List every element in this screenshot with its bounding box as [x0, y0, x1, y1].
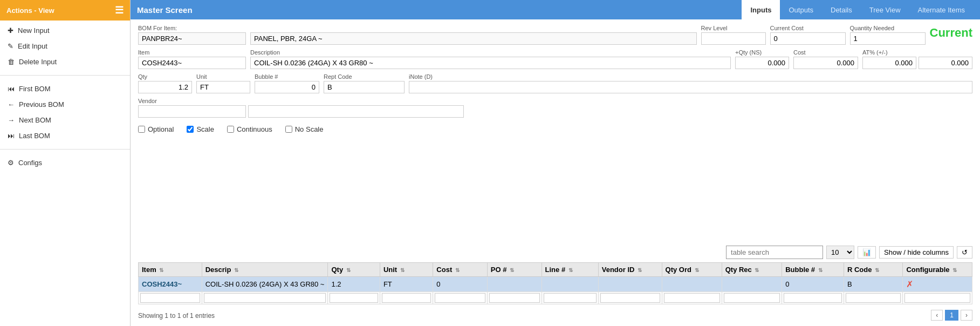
- next-bom-button[interactable]: → Next BOM: [0, 112, 130, 128]
- search-item-input[interactable]: [140, 293, 200, 303]
- per-page-select[interactable]: 10 25 50 100: [826, 246, 854, 259]
- sidebar-header: Actions - View ☰: [0, 0, 130, 21]
- vendor-input-1[interactable]: [138, 105, 246, 118]
- cell-item[interactable]: COSH2443~: [139, 277, 202, 292]
- item-input[interactable]: COSH2443~: [138, 57, 246, 69]
- qty-ns-input[interactable]: 0.000: [735, 57, 789, 69]
- show-hide-columns-button[interactable]: Show / hide columns: [879, 246, 954, 259]
- vendor-label: Vendor: [138, 98, 464, 104]
- search-qty-ord-input[interactable]: [664, 293, 720, 303]
- divider-1: [0, 75, 130, 76]
- search-cell-rcode[interactable]: [844, 292, 903, 304]
- rev-level-group: Rev Level: [701, 25, 766, 45]
- table-row[interactable]: COSH2443~ COIL-SH 0.0236 (24GA) X 43 GR8…: [139, 277, 972, 292]
- description-input[interactable]: COIL-SH 0.0236 (24GA) X 43 GR80 ~: [250, 57, 731, 69]
- cell-line-number: [542, 277, 598, 292]
- at-pct-input-1[interactable]: 0.000: [862, 57, 916, 69]
- unit-input[interactable]: FT: [196, 81, 250, 93]
- first-bom-button[interactable]: ⏮ First BOM: [0, 81, 130, 97]
- current-badge: Current: [930, 25, 972, 40]
- prev-bom-icon: ←: [8, 100, 15, 108]
- search-cell-qty-rec[interactable]: [722, 292, 782, 304]
- refresh-button[interactable]: ↺: [957, 246, 972, 259]
- item-group: Item COSH2443~: [138, 49, 246, 69]
- qty-input[interactable]: 1.2: [138, 81, 192, 93]
- search-line-input[interactable]: [544, 293, 597, 303]
- first-bom-label: First BOM: [19, 85, 51, 93]
- search-descrip-input[interactable]: [204, 293, 326, 303]
- search-cell-po[interactable]: [487, 292, 542, 304]
- qty-group: Qty 1.2: [138, 73, 192, 93]
- pagination-prev[interactable]: ‹: [931, 310, 943, 321]
- gear-icon: ⚙: [8, 159, 14, 167]
- search-cell-qty[interactable]: [328, 292, 380, 304]
- cell-r-code: B: [844, 277, 903, 292]
- cost-input[interactable]: 0.000: [793, 57, 858, 69]
- search-cell-configurable[interactable]: [903, 292, 972, 304]
- tab-outputs[interactable]: Outputs: [780, 0, 822, 19]
- export-button[interactable]: 📊: [858, 246, 876, 259]
- tab-details[interactable]: Details: [822, 0, 861, 19]
- search-rcode-input[interactable]: [846, 293, 901, 303]
- search-unit-input[interactable]: [382, 293, 431, 303]
- delete-input-button[interactable]: 🗑 Delete Input: [0, 54, 130, 70]
- cost-group: Cost 0.000: [793, 49, 858, 69]
- rept-code-input[interactable]: B: [324, 81, 405, 93]
- rept-code-group: Rept Code B: [324, 73, 405, 93]
- continuous-checkbox[interactable]: [227, 126, 234, 133]
- pagination-next[interactable]: ›: [961, 310, 972, 321]
- tab-inputs[interactable]: Inputs: [742, 0, 780, 19]
- optional-checkbox[interactable]: [138, 126, 145, 133]
- form-content: BOM For Item: PANPBR24~ PANEL, PBR, 24GA…: [131, 19, 980, 242]
- search-qty-input[interactable]: [330, 293, 378, 303]
- new-input-button[interactable]: ✚ New Input: [0, 23, 130, 38]
- rev-level-input[interactable]: [701, 32, 766, 45]
- previous-bom-label: Previous BOM: [19, 100, 64, 108]
- cell-bubble-number: 0: [782, 277, 844, 292]
- current-cost-input[interactable]: 0: [770, 32, 846, 45]
- last-bom-button[interactable]: ⏭ Last BOM: [0, 128, 130, 144]
- rev-level-label: Rev Level: [701, 25, 766, 31]
- configs-button[interactable]: ⚙ Configs: [0, 155, 130, 171]
- table-header-row: Item ⇅ Descrip ⇅ Qty ⇅ Unit ⇅ Cost ⇅ PO …: [139, 263, 972, 277]
- search-cell-bubble[interactable]: [782, 292, 844, 304]
- scale-checkbox[interactable]: [187, 126, 194, 133]
- table-search-input[interactable]: [726, 246, 823, 259]
- search-vendor-input[interactable]: [600, 293, 660, 303]
- bubble-input[interactable]: 0: [255, 81, 319, 93]
- bubble-group: Bubble # 0: [255, 73, 319, 93]
- search-cell-qty-ord[interactable]: [662, 292, 722, 304]
- col-qty-ord: Qty Ord ⇅: [662, 263, 722, 277]
- at-pct-input-2[interactable]: 0.000: [919, 57, 972, 69]
- bom-for-item-desc-input[interactable]: PANEL, PBR, 24GA ~: [250, 32, 697, 45]
- previous-bom-button[interactable]: ← Previous BOM: [0, 97, 130, 112]
- search-cell-vendor[interactable]: [598, 292, 662, 304]
- edit-input-button[interactable]: ✎ Edit Input: [0, 38, 130, 54]
- search-cell-unit[interactable]: [380, 292, 433, 304]
- item-desc-row: Item COSH2443~ Description COIL-SH 0.023…: [138, 49, 972, 69]
- search-qty-rec-input[interactable]: [724, 293, 780, 303]
- search-po-input[interactable]: [489, 293, 540, 303]
- note-input[interactable]: [409, 81, 972, 93]
- no-scale-checkbox[interactable]: [285, 126, 292, 133]
- search-configurable-input[interactable]: [904, 293, 970, 303]
- cell-qty: 1.2: [328, 277, 380, 292]
- actions-section: ✚ New Input ✎ Edit Input 🗑 Delete Input: [0, 21, 130, 72]
- bom-for-item-input[interactable]: PANPBR24~: [138, 32, 246, 45]
- hamburger-icon[interactable]: ☰: [115, 4, 124, 16]
- search-cell-cost[interactable]: [433, 292, 487, 304]
- qty-label: Qty: [138, 73, 192, 80]
- vendor-input-2[interactable]: [248, 105, 464, 118]
- quantity-needed-input[interactable]: 1: [850, 32, 926, 45]
- search-cell-item[interactable]: [139, 292, 202, 304]
- search-cost-input[interactable]: [435, 293, 485, 303]
- table-search-row: [139, 292, 972, 304]
- cell-qty-rec: [722, 277, 782, 292]
- search-cell-descrip[interactable]: [202, 292, 328, 304]
- cost-label: Cost: [793, 49, 858, 56]
- search-bubble-input[interactable]: [784, 293, 842, 303]
- search-cell-line[interactable]: [542, 292, 598, 304]
- pagination-page-1[interactable]: 1: [945, 310, 958, 321]
- tab-alternate-items[interactable]: Alternate Items: [909, 0, 974, 19]
- tab-tree-view[interactable]: Tree View: [861, 0, 909, 19]
